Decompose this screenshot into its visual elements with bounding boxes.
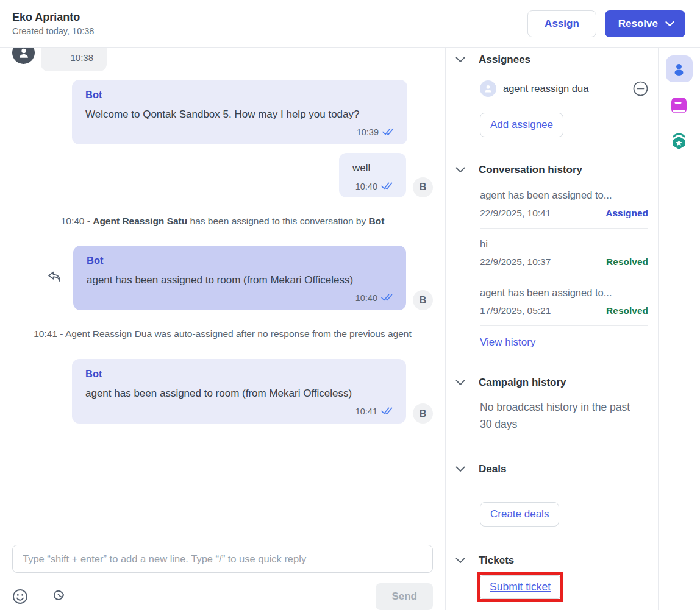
section-title: Deals xyxy=(479,463,506,475)
submit-ticket-button[interactable]: Submit ticket xyxy=(480,575,560,599)
message-input[interactable] xyxy=(12,545,433,573)
message-time: 10:38 xyxy=(54,52,93,63)
message-composer: Send xyxy=(0,534,445,610)
message-time: 10:40 xyxy=(355,182,377,191)
sender-name: Bot xyxy=(85,89,394,101)
conversation-history-toggle[interactable]: Conversation history xyxy=(455,164,648,176)
send-button[interactable]: Send xyxy=(376,583,433,610)
add-assignee-button[interactable]: Add assignee xyxy=(480,113,563,137)
section-title: Campaign history xyxy=(479,377,566,389)
reply-icon[interactable] xyxy=(47,270,62,286)
resolve-button[interactable]: Resolve xyxy=(605,10,685,37)
agent-avatar: B xyxy=(413,290,433,310)
message-row-incoming: hi 10:38 xyxy=(12,48,433,71)
system-message-time: 10:40 - xyxy=(61,216,93,226)
agent-avatar: B xyxy=(413,177,433,197)
system-message-text: has been assigned to this conversation b… xyxy=(187,216,368,226)
message-row-bot: Bot agent has been assigned to room (fro… xyxy=(12,359,433,424)
double-check-icon xyxy=(381,182,393,191)
tickets-toggle[interactable]: Tickets xyxy=(455,555,648,567)
message-bubble[interactable]: Bot agent has been assigned to room (fro… xyxy=(72,359,406,424)
section-title: Assignees xyxy=(479,54,530,66)
history-entry-date: 22/9/2025, 10:37 xyxy=(480,257,551,268)
history-entry-date: 17/9/2025, 05:21 xyxy=(480,305,551,316)
section-deals: Deals Create deals xyxy=(455,463,648,527)
message-text: agent has been assigned to room (from Me… xyxy=(87,272,393,288)
section-campaign-history: Campaign history No broadcast history in… xyxy=(455,377,648,433)
annotation-highlight-box: Submit ticket xyxy=(477,572,563,602)
message-bubble[interactable]: Bot agent has been assigned to room (fro… xyxy=(73,246,406,310)
status-badge: Resolved xyxy=(606,257,648,268)
chat-panel: hi 10:38 Bot Welcome to Qontak Sandbox 5… xyxy=(0,48,446,610)
message-time: 10:41 xyxy=(355,406,377,416)
message-text: hi xyxy=(54,48,93,49)
history-entry-text: agent has been assigned to... xyxy=(480,287,648,299)
message-text: well xyxy=(352,160,393,176)
notebook-icon xyxy=(670,96,688,116)
remove-assignee-icon[interactable] xyxy=(633,81,648,96)
message-text: Welcome to Qontak Sandbox 5. How may I h… xyxy=(85,107,394,122)
section-title: Tickets xyxy=(479,555,514,567)
details-sidebar: Assignees agent reassign dua Add assigne… xyxy=(446,48,659,610)
campaign-history-toggle[interactable]: Campaign history xyxy=(455,377,648,389)
message-row-outgoing: well 10:40 B xyxy=(12,153,433,197)
created-timestamp: Created today, 10:38 xyxy=(12,26,94,36)
tab-tickets[interactable] xyxy=(670,133,688,152)
view-history-link[interactable]: View history xyxy=(480,336,535,349)
assignee-avatar xyxy=(480,80,496,97)
assignee-row: agent reassign dua xyxy=(480,80,648,97)
message-row-bot: Bot agent has been assigned to room (fro… xyxy=(12,246,433,310)
conversation-header: Eko Aprianto Created today, 10:38 Assign… xyxy=(0,0,700,48)
message-bubble[interactable]: Bot Welcome to Qontak Sandbox 5. How may… xyxy=(72,80,407,144)
resolve-button-label: Resolve xyxy=(618,18,658,30)
sender-name: Bot xyxy=(87,255,393,266)
badge-star-icon xyxy=(670,133,688,152)
chevron-down-icon xyxy=(455,57,465,63)
history-entry-date: 22/9/2025, 10:41 xyxy=(480,208,551,219)
history-entry-text: agent has been assigned to... xyxy=(480,190,648,201)
system-message-by: Bot xyxy=(369,216,385,226)
chevron-down-icon xyxy=(455,380,465,386)
header-actions: Assign Resolve xyxy=(527,10,685,37)
campaign-empty-text: No broadcast history in the past 30 days xyxy=(480,399,637,433)
system-message: 10:41 - Agent Reassign Dua was auto-assi… xyxy=(12,328,433,339)
assignees-section-toggle[interactable]: Assignees xyxy=(455,54,648,66)
section-assignees: Assignees agent reassign dua Add assigne… xyxy=(455,54,648,137)
message-bubble[interactable]: well 10:40 xyxy=(339,153,406,197)
double-check-icon xyxy=(382,127,394,137)
section-tickets: Tickets Submit ticket xyxy=(455,555,648,602)
page-title: Eko Aprianto xyxy=(12,11,94,24)
deals-toggle[interactable]: Deals xyxy=(455,463,648,475)
create-deals-button[interactable]: Create deals xyxy=(480,502,559,527)
sender-name: Bot xyxy=(85,368,393,380)
agent-avatar: B xyxy=(413,403,433,424)
double-check-icon xyxy=(381,293,393,303)
assign-button[interactable]: Assign xyxy=(527,10,596,37)
attachment-icon[interactable] xyxy=(51,589,66,605)
status-badge: Resolved xyxy=(606,305,648,316)
message-row-bot: Bot Welcome to Qontak Sandbox 5. How may… xyxy=(72,80,433,144)
double-check-icon xyxy=(381,406,393,416)
tab-contact-details[interactable] xyxy=(666,55,693,82)
message-time: 10:39 xyxy=(357,127,379,137)
message-bubble[interactable]: hi 10:38 xyxy=(41,48,107,71)
emoji-icon[interactable] xyxy=(12,589,28,605)
message-list[interactable]: hi 10:38 Bot Welcome to Qontak Sandbox 5… xyxy=(0,48,445,534)
person-icon xyxy=(671,62,687,77)
message-text: agent has been assigned to room (from Me… xyxy=(85,386,393,402)
history-entry[interactable]: agent has been assigned to... 17/9/2025,… xyxy=(480,277,648,326)
chevron-down-icon xyxy=(665,18,674,30)
message-time: 10:40 xyxy=(355,293,377,303)
history-entry-text: hi xyxy=(480,238,648,250)
chevron-down-icon xyxy=(455,558,465,564)
system-message: 10:40 - Agent Reassign Satu has been ass… xyxy=(12,216,433,227)
chevron-down-icon xyxy=(455,167,465,173)
tab-deals[interactable] xyxy=(670,96,688,116)
chevron-down-icon xyxy=(455,466,465,472)
assignee-name: agent reassign dua xyxy=(503,83,588,94)
contact-info: Eko Aprianto Created today, 10:38 xyxy=(12,11,94,36)
history-entry[interactable]: agent has been assigned to... 22/9/2025,… xyxy=(480,176,648,229)
right-icon-rail xyxy=(659,48,699,610)
section-title: Conversation history xyxy=(479,164,582,176)
history-entry[interactable]: hi 22/9/2025, 10:37 Resolved xyxy=(480,229,648,277)
